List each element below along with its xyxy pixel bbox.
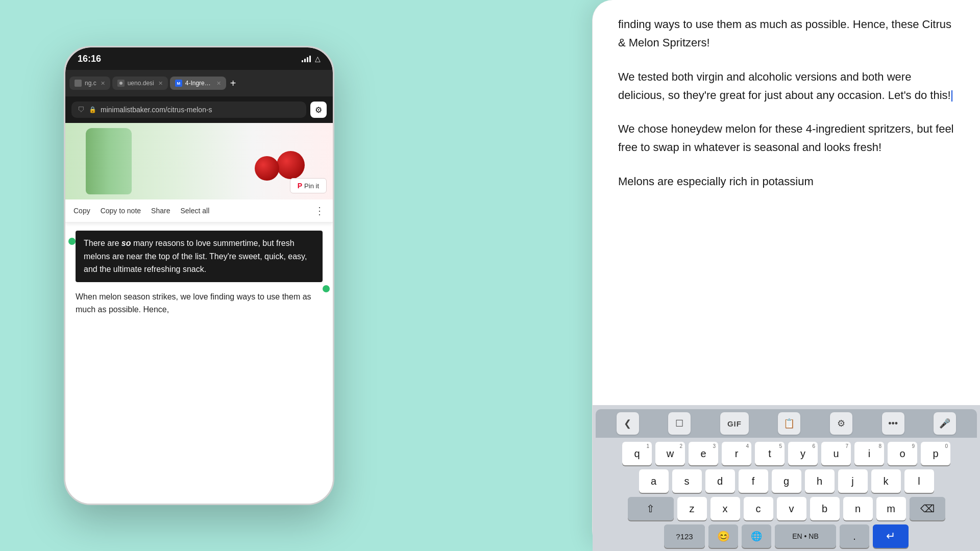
article-para-0: finding ways to use them as much as poss… xyxy=(618,15,954,53)
key-b[interactable]: b xyxy=(810,497,840,520)
key-f[interactable]: f xyxy=(739,469,768,493)
scene: 16:16 △ ng.c ✕ xyxy=(0,0,980,551)
mic-button[interactable]: 🎤 xyxy=(934,412,956,435)
shift-button[interactable]: ⇧ xyxy=(628,497,674,520)
globe-button[interactable]: 🌐 xyxy=(742,524,771,548)
sticker-button[interactable]: ☐ xyxy=(668,412,691,435)
keyboard-row-2: a s d f g h j k l xyxy=(596,469,977,493)
gif-label: GIF xyxy=(727,419,742,428)
keyboard-row-3: ⇧ z x c v b n m ⌫ xyxy=(596,497,977,520)
key-n[interactable]: n xyxy=(843,497,873,520)
key-d[interactable]: d xyxy=(705,469,735,493)
right-panel: finding ways to use them as much as poss… xyxy=(592,0,980,551)
key-u[interactable]: 7u xyxy=(821,442,851,465)
backspace-button[interactable]: ⌫ xyxy=(910,497,945,520)
keyboard-toolbar: ❮ ☐ GIF 📋 ⚙ ••• 🎤 xyxy=(596,409,977,438)
address-bar: ⛉ 🔒 minimalistbaker.com/citrus-melon-s ⚙ xyxy=(65,96,333,123)
key-a[interactable]: a xyxy=(639,469,669,493)
key-i[interactable]: 8i xyxy=(854,442,884,465)
settings-button[interactable]: ⚙ xyxy=(830,412,852,435)
num-0: 0 xyxy=(945,443,948,449)
key-w[interactable]: 2w xyxy=(655,442,685,465)
period-button[interactable]: . xyxy=(840,524,869,548)
tab-add-button[interactable]: + xyxy=(230,78,236,89)
key-z[interactable]: z xyxy=(677,497,707,520)
key-v[interactable]: v xyxy=(777,497,806,520)
article-para-2-text: We chose honeydew melon for these 4-ingr… xyxy=(618,122,954,154)
num-5: 5 xyxy=(779,443,782,449)
tab-label-2: ueno.desi xyxy=(128,80,154,87)
return-button[interactable]: ↵ xyxy=(873,524,909,548)
signal-bars-icon xyxy=(302,55,311,62)
status-icons: △ xyxy=(302,55,321,63)
signal-bar-3 xyxy=(307,57,308,62)
key-g[interactable]: g xyxy=(772,469,801,493)
selected-text: There are so many reasons to love summer… xyxy=(84,239,307,273)
tab-favicon-3: M xyxy=(175,80,182,87)
selection-handle-right xyxy=(323,285,330,292)
keyboard-row-4: ?123 😊 🌐 EN • NB . ↵ xyxy=(596,524,977,548)
tab-close-2[interactable]: ✕ xyxy=(158,80,163,87)
tab-2[interactable]: ueno.desi ✕ xyxy=(112,77,168,90)
keyboard-row-1: 1q 2w 3e 4r 5t 6y 7u 8i 9o 0p xyxy=(596,442,977,465)
tab-bar[interactable]: ng.c ✕ ueno.desi ✕ M 4-Ingredie ✕ + xyxy=(65,70,333,96)
article-para-1-text: We tested both virgin and alcoholic vers… xyxy=(618,70,951,102)
key-l[interactable]: l xyxy=(904,469,934,493)
tab-close-3[interactable]: ✕ xyxy=(216,80,221,87)
pocket-icon: ⚙ xyxy=(315,105,322,115)
num-3: 3 xyxy=(713,443,716,449)
emoji-button[interactable]: 😊 xyxy=(708,524,738,548)
copy-button[interactable]: Copy xyxy=(74,207,90,215)
address-input[interactable]: ⛉ 🔒 minimalistbaker.com/citrus-melon-s xyxy=(71,102,306,118)
status-bar: 16:16 △ xyxy=(65,47,333,70)
text-cursor xyxy=(951,90,952,102)
key-p[interactable]: 0p xyxy=(921,442,950,465)
pin-it-button[interactable]: P Pin it xyxy=(290,178,327,193)
tab-label-1: ng.c xyxy=(85,80,96,87)
tab-close-1[interactable]: ✕ xyxy=(101,80,105,87)
share-button[interactable]: Share xyxy=(151,207,170,215)
selection-handle-left xyxy=(68,238,76,245)
tab-1[interactable]: ng.c ✕ xyxy=(69,77,110,90)
clipboard-icon: 📋 xyxy=(783,418,795,429)
copy-to-note-button[interactable]: Copy to note xyxy=(101,207,141,215)
clipboard-button[interactable]: 📋 xyxy=(778,412,800,435)
article-content: There are so many reasons to love summer… xyxy=(65,222,333,504)
key-r[interactable]: 4r xyxy=(722,442,751,465)
article-main: finding ways to use them as much as poss… xyxy=(593,0,980,405)
more-button[interactable]: ⋮ xyxy=(314,205,325,217)
mic-icon: 🎤 xyxy=(939,418,950,429)
symbol-button[interactable]: ?123 xyxy=(664,524,705,548)
key-t[interactable]: 5t xyxy=(755,442,785,465)
space-bar[interactable]: EN • NB xyxy=(775,524,836,548)
key-x[interactable]: x xyxy=(710,497,740,520)
gif-button[interactable]: GIF xyxy=(720,412,749,435)
back-button[interactable]: ❮ xyxy=(617,412,639,435)
key-q[interactable]: 1q xyxy=(622,442,652,465)
num-6: 6 xyxy=(812,443,815,449)
key-o[interactable]: 9o xyxy=(888,442,917,465)
more-tools-button[interactable]: ••• xyxy=(882,412,904,435)
phone-device: 16:16 △ ng.c ✕ xyxy=(64,46,334,505)
key-c[interactable]: c xyxy=(744,497,773,520)
signal-bar-1 xyxy=(302,60,303,62)
num-8: 8 xyxy=(878,443,881,449)
cherry1-decoration xyxy=(277,151,305,179)
sticker-icon: ☐ xyxy=(675,418,683,429)
key-h[interactable]: h xyxy=(805,469,835,493)
pin-it-label: Pin it xyxy=(304,182,319,190)
signal-bar-4 xyxy=(309,56,311,62)
key-m[interactable]: m xyxy=(876,497,906,520)
keyboard[interactable]: ❮ ☐ GIF 📋 ⚙ ••• 🎤 xyxy=(593,405,980,551)
key-y[interactable]: 6y xyxy=(788,442,818,465)
key-e[interactable]: 3e xyxy=(689,442,718,465)
pocket-button[interactable]: ⚙ xyxy=(310,102,327,118)
select-all-button[interactable]: Select all xyxy=(180,207,209,215)
tab-favicon-1 xyxy=(75,80,82,87)
tab-3[interactable]: M 4-Ingredie ✕ xyxy=(170,77,226,90)
normal-text: When melon season strikes, we love findi… xyxy=(76,290,323,316)
key-s[interactable]: s xyxy=(672,469,702,493)
num-7: 7 xyxy=(845,443,848,449)
key-j[interactable]: j xyxy=(838,469,868,493)
key-k[interactable]: k xyxy=(871,469,901,493)
